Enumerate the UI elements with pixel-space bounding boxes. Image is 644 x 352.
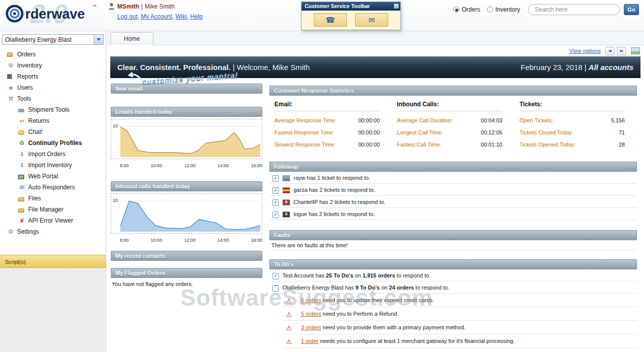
- stats-column-header: Inbound Calls:: [397, 101, 502, 111]
- todo-checkbox[interactable]: ˆ: [272, 285, 279, 292]
- link-help[interactable]: Help: [190, 13, 203, 20]
- sidebar-item-settings[interactable]: Settings: [0, 226, 106, 237]
- sidebar-item-orders[interactable]: Orders: [0, 49, 106, 60]
- sidebar-item-label: Users: [17, 84, 33, 91]
- x-tick-label: 10:00: [151, 163, 162, 168]
- x-tick-label: 12:00: [184, 163, 196, 168]
- x-tick-label: 16:00: [251, 238, 262, 243]
- tab-home[interactable]: Home: [110, 32, 154, 45]
- todo-alert-row: ⚠1 order needs you to configure at least…: [282, 334, 637, 348]
- sidebar-item-label: Reports: [17, 73, 38, 80]
- stat-value: 00:00:00: [359, 138, 380, 151]
- sidebar-item-auto-responders[interactable]: Auto Responders: [0, 182, 106, 193]
- sidebar-item-web-portal[interactable]: Web Portal: [0, 171, 106, 182]
- sidebar-item-tools[interactable]: Tools: [0, 93, 106, 104]
- link-my-account[interactable]: My Account: [141, 13, 172, 20]
- radio-inventory[interactable]: [487, 7, 493, 13]
- view-options-link[interactable]: View options: [569, 48, 601, 54]
- link-log-out[interactable]: Log out: [117, 13, 137, 20]
- followup-row: ✓logue has 2 tickets to respond to.: [269, 208, 637, 220]
- emails-chart-x-axis: 8:0010:0012:0014:0016:00: [111, 163, 262, 168]
- pager-last-button[interactable]: ▶|: [617, 47, 626, 55]
- files-icon: [18, 197, 24, 201]
- followup-text: has 2 tickets to respond to.: [308, 187, 376, 193]
- envelope-icon: ✉: [369, 16, 375, 25]
- stat-row: Average Response Time:00:00:00: [274, 114, 380, 126]
- sidebar-item-returns[interactable]: Returns: [0, 115, 106, 126]
- warning-icon: ⚠: [286, 324, 292, 332]
- account-selector[interactable]: Olallieberry Energy Blast: [2, 34, 104, 45]
- todo-alert-row: ⚠5 orders need you to Perform a Refund.: [282, 307, 637, 321]
- link-wiki[interactable]: Wiki: [175, 13, 187, 20]
- orderwave-logo[interactable]: 2.0 rderwave ™: [5, 3, 111, 28]
- emails-chart: 10: [111, 119, 262, 159]
- sidebar-item-shipment-tools[interactable]: Shipment Tools: [0, 104, 106, 115]
- sidebar-item-reports[interactable]: Reports: [0, 71, 106, 82]
- sidebar-item-file-manager[interactable]: File Manager: [0, 204, 106, 215]
- followup-checkbox[interactable]: ✓: [272, 199, 279, 206]
- pager-first-button[interactable]: |◀: [605, 47, 614, 55]
- sidebar-item-import-orders[interactable]: Import Orders: [0, 149, 106, 160]
- sidebar-item-users[interactable]: Users: [0, 82, 106, 93]
- phone-button[interactable]: ☎: [314, 13, 347, 27]
- section-header-calls-today: Inbound calls handled today: [111, 181, 262, 191]
- account-dropdown-button[interactable]: [94, 35, 103, 44]
- search-input[interactable]: [528, 4, 620, 15]
- sidebar-item-continuity-profiles[interactable]: Continuity Profiles: [0, 137, 106, 149]
- email-button[interactable]: ✉: [355, 13, 388, 27]
- section-header-faults: Faults: [269, 230, 637, 240]
- followup-checkbox[interactable]: ✓: [272, 187, 279, 194]
- users-icon: [7, 85, 15, 91]
- order-count-link[interactable]: 6 orders: [301, 297, 321, 303]
- stat-row: Slowest Response Time:00:00:00: [274, 138, 380, 151]
- sidebar-item-label: Import Orders: [28, 151, 65, 158]
- search-go-button[interactable]: Go: [624, 4, 639, 15]
- order-count-link[interactable]: 5 orders: [301, 311, 321, 317]
- stats-column-inbound-calls: Inbound Calls:Average Call Duration:00:0…: [392, 99, 514, 151]
- tools-icon: [7, 96, 15, 102]
- followup-checkbox[interactable]: ✓: [272, 175, 279, 182]
- faults-message: There are no faults at this time!: [269, 240, 637, 250]
- section-header-followup: Followup: [269, 162, 637, 172]
- todo-alert-row: ⚠6 orders need you to update their expir…: [282, 294, 637, 307]
- order-count-link[interactable]: 1 order: [301, 338, 319, 344]
- followup-row: ✓rayw has 1 ticket to respond to.: [269, 172, 637, 184]
- banner-account: All accounts: [589, 63, 633, 72]
- stats-column-tickets: Tickets:Open Tickets:5,156Tickets Closed…: [515, 99, 637, 151]
- radio-label-orders[interactable]: Orders: [462, 6, 480, 13]
- todo-text: Test Account has: [282, 272, 326, 278]
- customer-service-toolbar-header: Customer Service Toolbar: [302, 2, 400, 11]
- followup-row: ✓ChantelIP has 2 tickets to respond to.: [269, 196, 637, 208]
- sidebar-item-chat[interactable]: Chat!: [0, 126, 106, 137]
- search-scope-radios: OrdersInventory: [453, 6, 524, 13]
- sidebar-item-label: Auto Responders: [28, 184, 75, 191]
- person-icon: [108, 3, 115, 10]
- trademark-symbol: ™: [92, 4, 97, 9]
- alert-text: need you to Perform a Refund.: [321, 311, 398, 317]
- stat-value: 71: [619, 126, 625, 138]
- stat-value: 00:00:00: [359, 114, 380, 126]
- image-icon[interactable]: [631, 47, 640, 54]
- script-row[interactable]: Script(s): [0, 255, 106, 268]
- sidebar-item-inventory[interactable]: Inventory: [0, 60, 106, 71]
- calls-chart: 10: [111, 193, 262, 234]
- sidebar-item-import-inventory[interactable]: Import Inventory: [0, 160, 106, 171]
- followup-checkbox[interactable]: ✓: [272, 212, 279, 218]
- toolbar-popout-icon[interactable]: [394, 4, 399, 9]
- radio-label-inventory[interactable]: Inventory: [495, 6, 520, 13]
- order-count-link[interactable]: 3 orders: [301, 324, 321, 330]
- user-block: MSmith | Mike Smith Log out, My Account,…: [108, 3, 202, 20]
- todo-text: on: [353, 272, 363, 278]
- stat-value: 00:12:05: [481, 126, 503, 138]
- sidebar-item-label: Orders: [17, 51, 36, 58]
- orders-icon: [7, 52, 13, 57]
- radio-orders[interactable]: [453, 7, 459, 13]
- settings-icon: [7, 229, 15, 235]
- todo-checkbox[interactable]: ✓: [272, 273, 279, 279]
- left-column: New email Emails handled today 10 8:0010…: [111, 84, 262, 287]
- sidebar-item-files[interactable]: Files: [0, 193, 106, 204]
- sidebar-item-api-error-viewer[interactable]: API Error Viewer: [0, 215, 106, 226]
- x-tick-label: 10:00: [151, 238, 162, 243]
- stats-column-header: Email:: [274, 101, 380, 111]
- section-header-emails-today: Emails handled today: [111, 107, 262, 117]
